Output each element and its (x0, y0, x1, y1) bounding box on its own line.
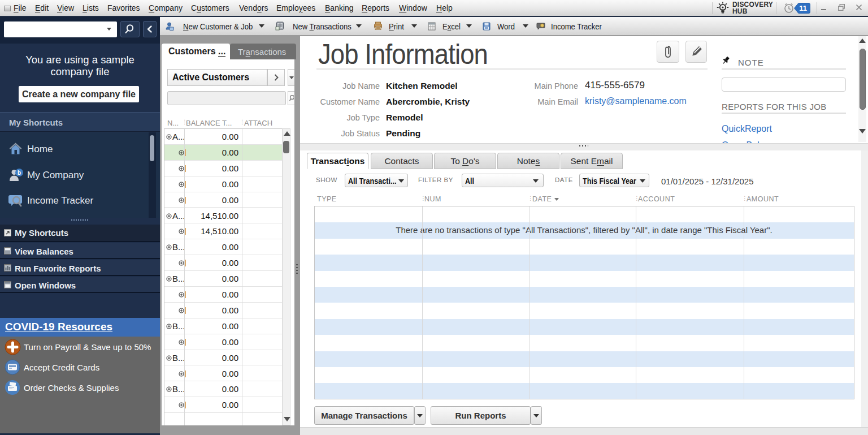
svg-text:b: b (18, 170, 21, 176)
